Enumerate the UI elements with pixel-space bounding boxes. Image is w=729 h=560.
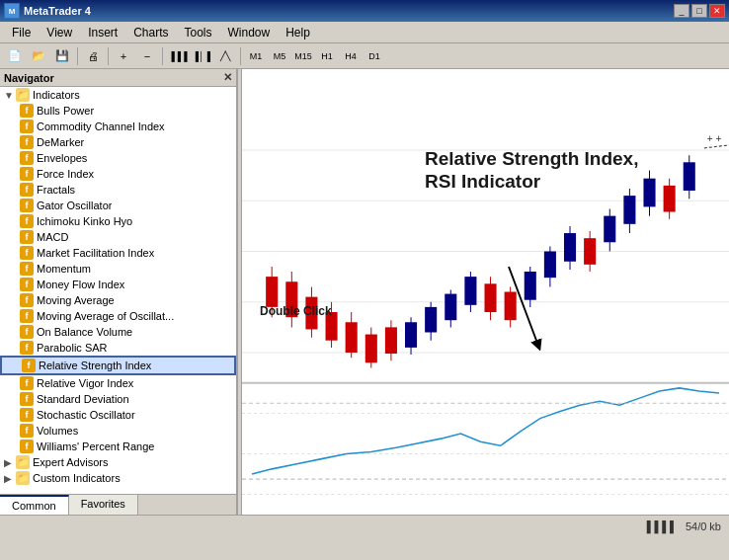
svg-rect-55 <box>684 162 695 191</box>
item-label: On Balance Volume <box>37 326 132 338</box>
navigator-panel: Navigator ✕ ▼ 📁 Indicators f Bulls Power… <box>0 69 237 515</box>
toolbar-sep-4 <box>240 47 241 65</box>
menu-insert[interactable]: Insert <box>80 24 125 41</box>
item-label: MACD <box>37 231 68 243</box>
svg-rect-39 <box>525 272 536 300</box>
svg-rect-43 <box>564 233 576 262</box>
svg-rect-47 <box>604 216 615 243</box>
list-item[interactable]: f Stochastic Oscillator <box>0 407 236 423</box>
nav-section-custom[interactable]: ▶ 📁 Custom Indicators <box>0 470 236 486</box>
item-label: Williams' Percent Range <box>37 440 154 452</box>
toolbar-open[interactable]: 📂 <box>28 45 49 67</box>
title-bar-left: M MetaTrader 4 <box>4 3 91 19</box>
list-item[interactable]: f Ichimoku Kinko Hyo <box>0 213 236 229</box>
menu-file[interactable]: File <box>4 24 39 41</box>
svg-text:M: M <box>9 7 16 16</box>
main-area: Navigator ✕ ▼ 📁 Indicators f Bulls Power… <box>0 69 729 515</box>
double-click-label: Double Click <box>260 304 332 318</box>
toolbar-period-m5[interactable]: M5 <box>269 45 290 67</box>
item-label: Moving Average of Oscillat... <box>37 310 174 322</box>
experts-folder-icon: 📁 <box>16 455 30 469</box>
svg-rect-13 <box>266 277 278 307</box>
tab-common[interactable]: Common <box>0 495 69 515</box>
indicator-icon: f <box>20 392 34 406</box>
rsi-item[interactable]: f Relative Strength Index <box>0 356 236 375</box>
minimize-button[interactable]: _ <box>674 4 689 18</box>
list-item[interactable]: f Force Index <box>0 166 236 182</box>
nav-tree[interactable]: ▼ 📁 Indicators f Bulls Power f Commodity… <box>0 87 236 494</box>
toolbar-zoom-out[interactable]: − <box>136 45 158 67</box>
menu-view[interactable]: View <box>39 24 80 41</box>
maximize-button[interactable]: □ <box>691 4 707 18</box>
list-item[interactable]: f DeMarker <box>0 134 236 150</box>
expand-experts-icon: ▶ <box>4 457 16 468</box>
item-label: Ichimoku Kinko Hyo <box>37 215 132 227</box>
list-item[interactable]: f Commodity Channel Index <box>0 119 236 134</box>
title-bar-title: MetaTrader 4 <box>24 5 91 17</box>
item-label: Bulls Power <box>37 105 94 117</box>
toolbar-period-m15[interactable]: M15 <box>292 45 314 67</box>
navigator-close[interactable]: ✕ <box>223 71 232 84</box>
list-item[interactable]: f Moving Average of Oscillat... <box>0 308 236 324</box>
toolbar-new[interactable]: 📄 <box>4 45 26 67</box>
svg-rect-27 <box>405 322 417 348</box>
svg-rect-33 <box>464 277 476 305</box>
toolbar-period-h1[interactable]: H1 <box>316 45 338 67</box>
svg-text:+ +: + + <box>707 133 722 144</box>
toolbar-chart-line[interactable]: ╱╲ <box>214 45 236 67</box>
indicator-icon: f <box>20 230 34 244</box>
menu-help[interactable]: Help <box>278 24 318 41</box>
list-item[interactable]: f Relative Vigor Index <box>0 375 236 391</box>
list-item[interactable]: f Gator Oscillator <box>0 198 236 213</box>
indicator-icon: f <box>20 408 34 422</box>
list-item[interactable]: f Williams' Percent Range <box>0 439 236 454</box>
list-item[interactable]: f MACD <box>0 229 236 245</box>
item-label: Money Flow Index <box>37 279 124 290</box>
item-label: Commodity Channel Index <box>37 120 165 132</box>
list-item[interactable]: f Moving Average <box>0 292 236 308</box>
item-label: Relative Vigor Index <box>37 377 133 389</box>
indicator-icon: f <box>20 424 34 438</box>
toolbar-save[interactable]: 💾 <box>51 45 73 67</box>
list-item[interactable]: f Bulls Power <box>0 103 236 119</box>
toolbar-chart-bar[interactable]: ▐▐▐ <box>167 45 189 67</box>
list-item[interactable]: f Money Flow Index <box>0 277 236 292</box>
list-item[interactable]: f Standard Deviation <box>0 391 236 407</box>
close-button[interactable]: ✕ <box>709 4 725 18</box>
svg-rect-37 <box>505 292 517 321</box>
menu-window[interactable]: Window <box>220 24 279 41</box>
list-item[interactable]: f Envelopes <box>0 150 236 166</box>
indicator-icon: f <box>20 440 34 453</box>
list-item[interactable]: f Parabolic SAR <box>0 340 236 356</box>
item-label: Force Index <box>37 168 94 180</box>
svg-rect-51 <box>643 179 655 207</box>
indicator-icon: f <box>20 309 34 323</box>
toolbar-period-m1[interactable]: M1 <box>245 45 267 67</box>
tab-favorites[interactable]: Favorites <box>69 495 138 515</box>
list-item[interactable]: f Momentum <box>0 261 236 277</box>
chart-svg: + + <box>242 69 729 515</box>
toolbar-period-h4[interactable]: H4 <box>340 45 362 67</box>
indicator-icon: f <box>20 167 34 181</box>
menu-tools[interactable]: Tools <box>177 24 220 41</box>
indicator-icon: f <box>20 376 34 390</box>
indicator-icon: f <box>20 199 34 212</box>
nav-section-indicators[interactable]: ▼ 📁 Indicators <box>0 87 236 103</box>
list-item[interactable]: f On Balance Volume <box>0 324 236 340</box>
nav-section-experts[interactable]: ▶ 📁 Expert Advisors <box>0 454 236 470</box>
toolbar-print[interactable]: 🖨 <box>82 45 104 67</box>
item-label: Fractals <box>37 184 75 196</box>
list-item[interactable]: f Fractals <box>0 182 236 198</box>
list-item[interactable]: f Volumes <box>0 423 236 439</box>
indicator-icon: f <box>20 293 34 307</box>
nav-tabs: Common Favorites <box>0 494 236 515</box>
menu-charts[interactable]: Charts <box>125 24 176 41</box>
status-bar: ▌▌▌▌ 54/0 kb <box>0 515 729 536</box>
item-label: Momentum <box>37 263 91 275</box>
toolbar-zoom-in[interactable]: + <box>113 45 134 67</box>
toolbar-period-d1[interactable]: D1 <box>364 45 385 67</box>
indicators-folder-icon: 📁 <box>16 88 30 102</box>
chart-area[interactable]: + + Relative Strength Index, RSI Indicat… <box>242 69 729 515</box>
list-item[interactable]: f Market Facilitation Index <box>0 245 236 261</box>
toolbar-chart-candle[interactable]: ▐│▐ <box>191 45 212 67</box>
